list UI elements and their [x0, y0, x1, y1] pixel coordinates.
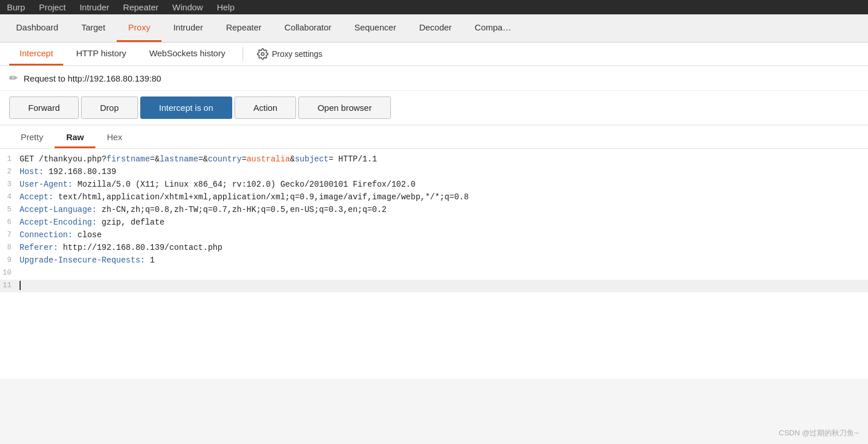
- subtab-intercept[interactable]: Intercept: [9, 43, 63, 65]
- line-number: 7: [0, 229, 17, 239]
- tab-collaborator[interactable]: Collaborator: [273, 14, 343, 42]
- line-number: 4: [0, 191, 17, 201]
- menu-burp[interactable]: Burp: [7, 2, 25, 12]
- menu-window[interactable]: Window: [172, 2, 203, 12]
- line-row: 6 Accept-Encoding: gzip, deflate: [0, 217, 868, 229]
- line-number: 8: [0, 242, 17, 252]
- view-tab-pretty[interactable]: Pretty: [9, 128, 55, 148]
- line-number: 3: [0, 179, 17, 188]
- line-row: 3 User-Agent: Mozilla/5.0 (X11; Linux x8…: [0, 179, 868, 191]
- tab-intruder[interactable]: Intruder: [162, 14, 214, 42]
- subtab-websockets-history[interactable]: WebSockets history: [139, 43, 236, 65]
- drop-button[interactable]: Drop: [81, 96, 138, 119]
- line-content: [17, 267, 868, 279]
- line-content: Accept: text/html,application/xhtml+xml,…: [17, 191, 868, 203]
- menu-repeater[interactable]: Repeater: [123, 2, 159, 12]
- gear-icon: [257, 48, 268, 60]
- tab-sequencer[interactable]: Sequencer: [343, 14, 408, 42]
- tab-target[interactable]: Target: [70, 14, 117, 42]
- line-content: [17, 280, 868, 291]
- line-content: Referer: http://192.168.80.139/contact.p…: [17, 242, 868, 253]
- line-row: 11: [0, 280, 868, 292]
- line-content: Connection: close: [17, 229, 868, 241]
- view-tab-hex[interactable]: Hex: [95, 128, 134, 148]
- action-buttons: Forward Drop Intercept is on Action Open…: [0, 91, 868, 125]
- request-bar: ✏ Request to http://192.168.80.139:80: [0, 66, 868, 91]
- line-row: 5 Accept-Language: zh-CN,zh;q=0.8,zh-TW;…: [0, 204, 868, 217]
- intercept-toggle-button[interactable]: Intercept is on: [140, 96, 232, 119]
- action-button[interactable]: Action: [235, 96, 297, 119]
- sub-nav-divider: [243, 47, 243, 61]
- line-number: 2: [0, 166, 17, 176]
- tab-dashboard[interactable]: Dashboard: [5, 14, 70, 42]
- proxy-settings-label: Proxy settings: [272, 49, 322, 59]
- line-number: 9: [0, 254, 17, 264]
- line-row: 1 GET /thankyou.php?firstname=&lastname=…: [0, 153, 868, 166]
- line-row: 7 Connection: close: [0, 229, 868, 242]
- watermark: CSDN @过期的秋刀鱼~: [779, 428, 859, 438]
- tab-compare[interactable]: Compa…: [463, 14, 523, 42]
- line-content: Accept-Language: zh-CN,zh;q=0.8,zh-TW;q=…: [17, 204, 868, 215]
- request-url: Request to http://192.168.80.139:80: [24, 74, 161, 83]
- line-content: Accept-Encoding: gzip, deflate: [17, 217, 868, 228]
- line-number: 5: [0, 204, 17, 214]
- view-tabs: Pretty Raw Hex: [0, 125, 868, 149]
- tab-decoder[interactable]: Decoder: [408, 14, 463, 42]
- pencil-icon: ✏: [9, 72, 18, 84]
- line-content: User-Agent: Mozilla/5.0 (X11; Linux x86_…: [17, 179, 868, 190]
- proxy-settings-button[interactable]: Proxy settings: [250, 44, 329, 64]
- menu-project[interactable]: Project: [39, 2, 66, 12]
- open-browser-button[interactable]: Open browser: [298, 96, 390, 119]
- sub-nav: Intercept HTTP history WebSockets histor…: [0, 43, 868, 66]
- line-content: Upgrade-Insecure-Requests: 1: [17, 254, 868, 266]
- line-row: 10: [0, 267, 868, 280]
- line-number: 10: [0, 267, 17, 277]
- main-nav: Dashboard Target Proxy Intruder Repeater…: [0, 14, 868, 43]
- line-number: 1: [0, 153, 17, 163]
- line-row: 8 Referer: http://192.168.80.139/contact…: [0, 242, 868, 254]
- tab-proxy[interactable]: Proxy: [117, 14, 162, 42]
- menu-bar: Burp Project Intruder Repeater Window He…: [0, 0, 868, 14]
- svg-point-0: [261, 53, 264, 56]
- line-number: 6: [0, 217, 17, 226]
- view-tab-raw[interactable]: Raw: [55, 128, 95, 148]
- menu-intruder[interactable]: Intruder: [79, 2, 109, 12]
- line-row: 4 Accept: text/html,application/xhtml+xm…: [0, 191, 868, 204]
- forward-button[interactable]: Forward: [9, 96, 79, 119]
- line-content: GET /thankyou.php?firstname=&lastname=&c…: [17, 153, 868, 165]
- tab-repeater[interactable]: Repeater: [214, 14, 273, 42]
- line-number: 11: [0, 280, 17, 289]
- subtab-http-history[interactable]: HTTP history: [66, 43, 136, 65]
- line-row: 2 Host: 192.168.80.139: [0, 166, 868, 179]
- cursor: [20, 281, 21, 290]
- line-row: 9 Upgrade-Insecure-Requests: 1: [0, 254, 868, 267]
- request-content[interactable]: 1 GET /thankyou.php?firstname=&lastname=…: [0, 149, 868, 379]
- menu-help[interactable]: Help: [217, 2, 235, 12]
- line-content: Host: 192.168.80.139: [17, 166, 868, 177]
